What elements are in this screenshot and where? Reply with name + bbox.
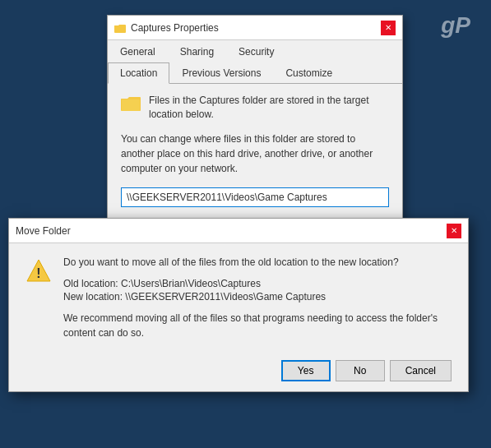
warning-icon: ! xyxy=(25,258,52,284)
properties-close-button[interactable]: ✕ xyxy=(381,21,396,35)
move-close-button[interactable]: ✕ xyxy=(447,224,461,238)
move-footer: Yes No Cancel xyxy=(9,353,468,391)
move-titlebar: Move Folder ✕ xyxy=(9,219,468,243)
path-input[interactable] xyxy=(121,187,389,207)
no-button[interactable]: No xyxy=(336,360,385,381)
properties-content: Files in the Captures folder are stored … xyxy=(108,84,402,225)
tab-general[interactable]: General xyxy=(108,41,168,62)
tabs-row-bottom: Location Previous Versions Customize xyxy=(108,62,402,84)
info-text: Files in the Captures folder are stored … xyxy=(149,94,389,122)
description-text: You can change where files in this folde… xyxy=(121,132,389,176)
move-content: ! Do you want to move all of the files f… xyxy=(9,243,468,353)
move-question: Do you want to move all of the files fro… xyxy=(63,256,452,268)
cancel-button-move[interactable]: Cancel xyxy=(390,360,452,381)
properties-title: Captures Properties xyxy=(131,22,219,34)
properties-titlebar: Captures Properties ✕ xyxy=(108,16,402,40)
folder-icon xyxy=(121,95,141,112)
info-row: Files in the Captures folder are stored … xyxy=(121,94,389,122)
tab-sharing[interactable]: Sharing xyxy=(168,41,226,62)
tab-customize[interactable]: Customize xyxy=(273,62,345,84)
move-text-block: Do you want to move all of the files fro… xyxy=(63,256,452,340)
tab-previous-versions[interactable]: Previous Versions xyxy=(169,62,273,84)
titlebar-left: Captures Properties xyxy=(114,22,219,34)
yes-button[interactable]: Yes xyxy=(281,360,331,381)
tab-security[interactable]: Security xyxy=(226,41,286,62)
move-folder-dialog: Move Folder ✕ ! Do you want to move all … xyxy=(8,218,469,392)
properties-title-icon xyxy=(114,22,126,34)
move-dialog-title: Move Folder xyxy=(16,225,71,237)
svg-text:!: ! xyxy=(36,266,40,280)
svg-rect-0 xyxy=(114,25,126,33)
new-location-label: New location: \\GEEKSERVER2011\Videos\Ga… xyxy=(63,291,452,303)
tab-location[interactable]: Location xyxy=(108,62,169,84)
move-recommendation: We recommend moving all of the files so … xyxy=(63,311,452,340)
svg-rect-2 xyxy=(122,99,140,111)
watermark: gP xyxy=(441,12,470,39)
tabs-row-top: General Sharing Security xyxy=(108,40,402,62)
old-location-label: Old location: C:\Users\Brian\Videos\Capt… xyxy=(63,278,452,289)
